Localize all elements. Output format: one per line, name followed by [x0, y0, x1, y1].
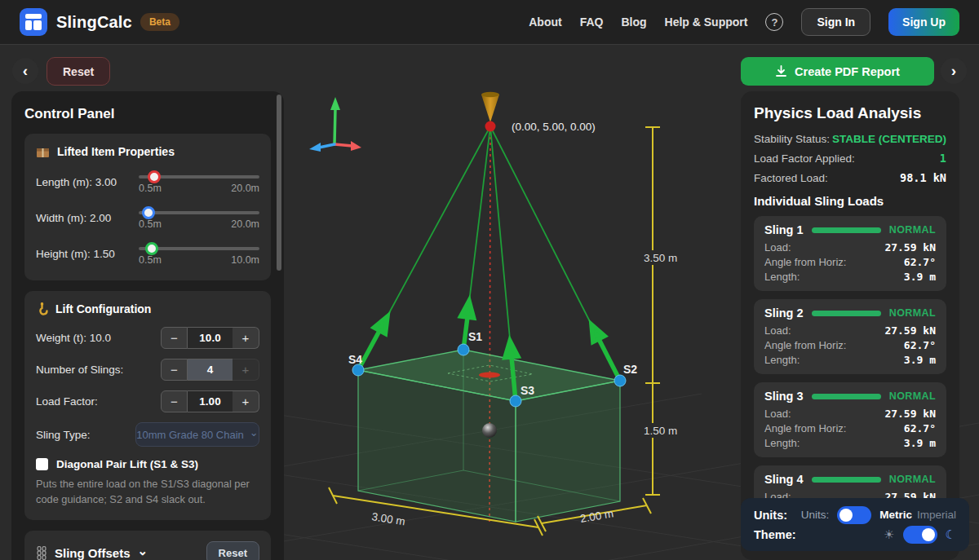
- sling-offsets-reset-button[interactable]: Reset: [206, 541, 259, 560]
- slings-decrement-button[interactable]: −: [161, 359, 188, 381]
- length-value: 3.9 m: [904, 354, 936, 366]
- diagonal-pair-lift-checkbox[interactable]: [36, 458, 48, 470]
- slings-value: 4: [188, 359, 233, 381]
- sling-status-badge: NORMAL: [889, 307, 936, 319]
- collapse-left-panel-button[interactable]: ‹: [12, 58, 38, 84]
- load-factor-decrement-button[interactable]: −: [161, 390, 188, 412]
- imperial-option[interactable]: Imperial: [917, 509, 956, 521]
- slider-min: 0.5m: [139, 254, 162, 266]
- slider-min: 0.5m: [139, 218, 162, 230]
- sign-up-button[interactable]: Sign Up: [888, 8, 959, 36]
- help-icon[interactable]: ?: [765, 13, 783, 31]
- app-logo-icon[interactable]: [20, 8, 47, 36]
- weight-value: 10.0: [188, 327, 233, 349]
- load-factor-applied-value: 1: [940, 152, 946, 165]
- sling-3-card: Sling 3 NORMAL Load:27.59 kN Angle from …: [754, 382, 946, 457]
- physics-load-analysis-panel: Physics Load Analysis Stability Status: …: [741, 91, 959, 560]
- length-label: Length:: [764, 354, 800, 366]
- sign-in-button[interactable]: Sign In: [801, 8, 870, 36]
- sun-icon: ☀: [884, 527, 894, 542]
- moon-icon: ☾: [946, 527, 956, 542]
- sling-load-bar: [812, 311, 881, 316]
- hook-glyph-icon: [36, 302, 48, 315]
- angle-value: 62.7°: [904, 339, 936, 351]
- control-panel-title: Control Panel: [24, 106, 271, 122]
- factored-load-value: 98.1 kN: [900, 171, 946, 184]
- length-label: Length:: [764, 437, 800, 449]
- collapse-right-panel-button[interactable]: ›: [941, 58, 967, 84]
- chevron-down-icon[interactable]: ⌄: [138, 544, 148, 558]
- metric-option[interactable]: Metric: [879, 509, 912, 521]
- chevron-down-icon: ⌄: [250, 426, 259, 439]
- hook-icon[interactable]: [481, 92, 499, 132]
- load-value: 27.59 kN: [884, 241, 936, 254]
- number-of-slings-label: Number of Slings:: [36, 364, 123, 376]
- theme-label: Theme:: [754, 528, 796, 541]
- height-slider-knob[interactable]: [145, 242, 158, 255]
- chevron-left-icon: ‹: [23, 62, 28, 80]
- length-slider-label: Length (m): 3.00: [36, 176, 139, 188]
- navbar: SlingCalc Beta About FAQ Blog Help & Sup…: [0, 0, 979, 45]
- beta-badge: Beta: [140, 13, 179, 31]
- width-slider-knob[interactable]: [142, 206, 155, 219]
- label-s3: S3: [521, 384, 534, 397]
- sling-type-select[interactable]: 10mm Grade 80 Chain ⌄: [135, 422, 259, 447]
- reset-button[interactable]: Reset: [47, 57, 110, 86]
- settings-card: Units: Units: Metric Imperial Theme: ☀ ☾: [741, 498, 969, 551]
- center-of-gravity-marker[interactable]: [482, 423, 497, 438]
- sling-name: Sling 4: [764, 473, 804, 486]
- lift-configuration-section: Lift Configuration Weight (t): 10.0 − 10…: [24, 291, 271, 520]
- sling-name: Sling 3: [764, 390, 804, 403]
- theme-toggle[interactable]: [903, 526, 937, 544]
- create-pdf-report-button[interactable]: Create PDF Report: [741, 57, 934, 86]
- slider-min: 0.5m: [139, 183, 162, 194]
- brand-title: SlingCalc: [56, 13, 132, 32]
- units-toggle[interactable]: [837, 506, 871, 524]
- nav-link-blog[interactable]: Blog: [621, 15, 646, 29]
- sling-offsets-title: Sling Offsets: [55, 546, 131, 560]
- sling-name: Sling 2: [764, 306, 804, 320]
- nav-link-help-support[interactable]: Help & Support: [665, 15, 748, 29]
- analysis-title: Physics Load Analysis: [754, 104, 946, 122]
- label-s4: S4: [348, 353, 362, 366]
- load-label: Load:: [764, 324, 791, 337]
- hook-projection-marker: [479, 373, 500, 378]
- diagonal-pair-lift-label: Diagonal Pair Lift (S1 & S3): [56, 458, 198, 470]
- sling-name: Sling 1: [764, 223, 804, 236]
- sling-status-badge: NORMAL: [889, 224, 936, 236]
- stability-status-label: Stability Status:: [754, 133, 830, 145]
- length-label: Length:: [764, 271, 800, 283]
- sling-status-badge: NORMAL: [889, 390, 936, 402]
- weight-increment-button[interactable]: +: [233, 327, 259, 349]
- axis-gizmo-icon: [309, 97, 361, 152]
- weight-decrement-button[interactable]: −: [161, 327, 188, 349]
- nav-link-about[interactable]: About: [529, 15, 561, 29]
- sling-load-bar: [812, 227, 881, 233]
- panel-scrollbar[interactable]: [277, 95, 281, 271]
- sling-offsets-section: Sling Offsets ⌄ Reset: [24, 531, 271, 560]
- hook-coordinates: (0.00, 5.00, 0.00): [512, 121, 596, 133]
- angle-label: Angle from Horiz:: [764, 256, 846, 268]
- slider-max: 20.0m: [231, 183, 259, 194]
- height-slider[interactable]: [139, 247, 259, 250]
- units-inline-label: Units:: [801, 509, 830, 521]
- label-s1: S1: [468, 330, 482, 343]
- create-pdf-label: Create PDF Report: [795, 65, 900, 78]
- slings-increment-button[interactable]: +: [233, 359, 259, 381]
- width-slider[interactable]: [139, 211, 259, 214]
- length-value: 3.9 m: [904, 437, 936, 449]
- length-slider[interactable]: [139, 175, 259, 179]
- slings-stepper: − 4 +: [161, 359, 259, 381]
- angle-label: Angle from Horiz:: [764, 339, 846, 351]
- nav-link-faq[interactable]: FAQ: [580, 15, 604, 29]
- load-value: 27.59 kN: [884, 408, 936, 420]
- sling-load-bar: [812, 394, 881, 399]
- slider-max: 10.0m: [231, 254, 259, 266]
- load-factor-increment-button[interactable]: +: [233, 390, 259, 412]
- angle-value: 62.7°: [904, 256, 936, 268]
- lifted-item-properties-section: Lifted Item Properties Length (m): 3.00 …: [24, 134, 271, 280]
- dim-hook-height: 3.50 m: [644, 252, 677, 264]
- length-slider-knob[interactable]: [148, 170, 161, 183]
- load-factor-value: 1.00: [188, 390, 233, 412]
- load-label: Load:: [764, 241, 791, 254]
